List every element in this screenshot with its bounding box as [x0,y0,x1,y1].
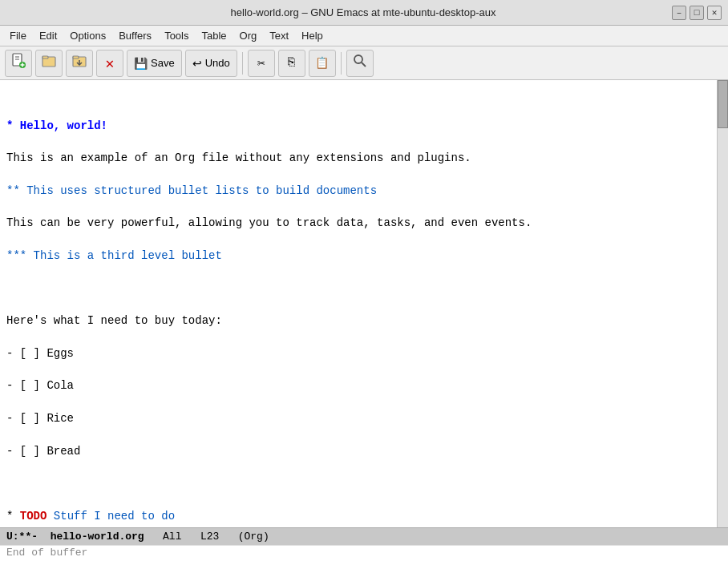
new-file-icon [10,53,26,73]
menu-tools[interactable]: Tools [158,28,195,43]
line-7: Here's what I need to buy today: [6,314,222,327]
list-cola: - [ ] Cola [6,379,74,392]
open-file-icon [41,53,57,73]
bottom-line: End of buffer [0,545,728,561]
scrollbar[interactable] [717,80,728,527]
menu-text[interactable]: Text [263,28,295,43]
close-window-button[interactable]: ✕ [707,6,722,20]
menu-options[interactable]: Options [63,28,112,43]
save-button[interactable]: 💾 Save [127,50,182,77]
blank-2 [6,477,13,490]
cut-icon: ✂ [257,55,265,71]
close-icon: ✕ [106,54,115,72]
status-space1 [38,531,51,543]
editor-container: * Hello, world! This is an example of an… [0,80,728,527]
copy-icon: ⎘ [288,56,295,70]
svg-rect-9 [73,56,79,59]
cut-button[interactable]: ✂ [248,50,275,77]
undo-icon: ↩ [192,57,202,70]
status-line: L23 [200,531,219,543]
paste-icon: 📋 [315,56,329,70]
toolbar-separator [242,52,243,75]
blank-1 [6,282,13,295]
status-mode: (Org) [238,531,269,543]
end-of-buffer-text: End of buffer [6,547,87,559]
window-controls: – □ ✕ [672,6,722,20]
save-label: Save [151,57,175,69]
status-filename: hello-world.org [51,531,144,543]
window-title: hello-world.org – GNU Emacs at mte-ubunt… [55,6,672,18]
paste-button[interactable]: 📋 [309,50,336,77]
new-file-button[interactable] [5,50,32,77]
todo-line: * TODO Stuff I need to do [6,510,175,523]
menu-file[interactable]: File [3,28,33,43]
list-bread: - [ ] Bread [6,445,80,458]
line-4: This can be very powerful, allowing you … [6,216,532,229]
list-rice: - [ ] Rice [6,412,74,425]
copy-button[interactable]: ⎘ [278,50,305,77]
heading2-line: ** This uses structured bullet lists to … [6,184,377,197]
status-bar: U:**- hello-world.org All L23 (Org) [0,527,728,545]
menu-bar: File Edit Options Buffers Tools Table Or… [0,26,728,46]
search-icon [353,54,367,72]
status-all: All [163,531,181,543]
save-as-icon [71,53,87,73]
heading1-line: * Hello, world! [6,119,107,132]
undo-label: Undo [205,57,230,69]
svg-line-12 [362,63,366,67]
list-eggs: - [ ] Eggs [6,347,74,360]
undo-button[interactable]: ↩ Undo [185,50,237,77]
open-file-button[interactable] [35,50,63,77]
maximize-button[interactable]: □ [690,6,704,20]
save-as-button[interactable] [66,50,93,77]
close-buffer-button[interactable]: ✕ [96,50,123,77]
heading3-line: *** This is a third level bullet [6,249,222,262]
toolbar: ✕ 💾 Save ↩ Undo ✂ ⎘ 📋 [0,46,728,80]
mode-indicator: U:**- [6,531,38,543]
status-space2 [144,531,163,543]
search-button[interactable] [346,50,374,77]
editor-area[interactable]: * Hello, world! This is an example of an… [0,80,717,527]
line-2: This is an example of an Org file withou… [6,151,471,164]
menu-table[interactable]: Table [195,28,233,43]
title-bar: hello-world.org – GNU Emacs at mte-ubunt… [0,0,728,26]
scrollbar-thumb[interactable] [718,80,728,128]
menu-buffers[interactable]: Buffers [112,28,158,43]
save-icon: 💾 [134,57,148,70]
todo-text: Stuff I need to do [54,510,175,523]
status-space4 [219,531,237,543]
menu-help[interactable]: Help [295,28,330,43]
menu-edit[interactable]: Edit [33,28,63,43]
toolbar-separator2 [341,52,342,75]
minimize-button[interactable]: – [672,6,686,20]
status-space3 [181,531,200,543]
svg-point-11 [354,55,362,63]
todo-keyword: TODO [20,510,47,523]
menu-org[interactable]: Org [233,28,264,43]
svg-rect-7 [42,56,48,59]
